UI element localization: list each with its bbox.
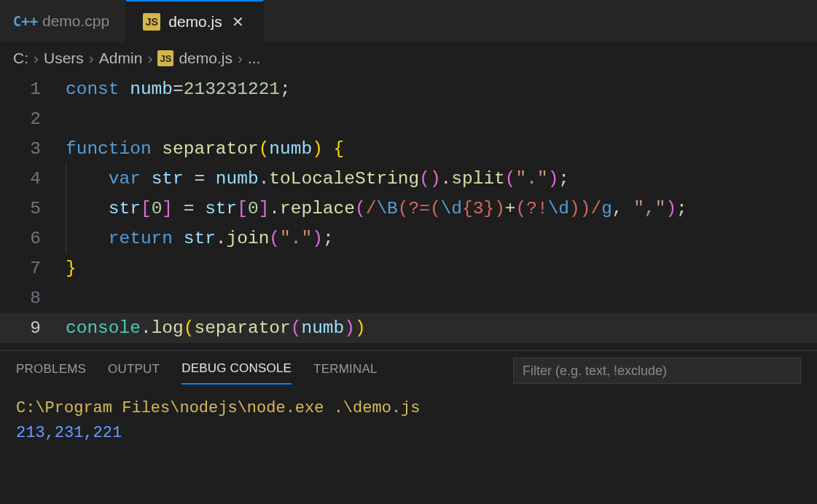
filter-input[interactable] [513, 358, 801, 384]
tab-label: demo.js [168, 13, 222, 31]
code-editor[interactable]: 1 const numb=213231221; 2 3 function sep… [0, 74, 817, 350]
tab-output[interactable]: OUTPUT [108, 362, 160, 384]
js-icon: JS [157, 50, 173, 66]
console-output: 213,231,221 [16, 421, 801, 446]
code-line: 5 str[0] = str[0].replace(/\B(?=(\d{3})+… [0, 194, 817, 224]
breadcrumb-seg: Admin [99, 50, 143, 67]
chevron-right-icon: › [34, 50, 39, 67]
tab-label: demo.cpp [42, 12, 109, 30]
chevron-right-icon: › [238, 50, 243, 67]
chevron-right-icon: › [147, 50, 152, 67]
tab-demo-cpp[interactable]: C++ demo.cpp [0, 0, 126, 42]
code-line: 4 var str = numb.toLocaleString().split(… [0, 164, 817, 194]
breadcrumb-seg: Users [44, 50, 84, 67]
tab-demo-js[interactable]: JS demo.js ✕ [126, 0, 264, 42]
debug-console-output: C:\Program Files\nodejs\node.exe .\demo.… [0, 385, 817, 462]
console-command: C:\Program Files\nodejs\node.exe .\demo.… [16, 396, 801, 421]
breadcrumb[interactable]: C: › Users › Admin › JS demo.js › ... [0, 42, 817, 74]
breadcrumb-seg: C: [13, 50, 28, 67]
line-number: 9 [0, 313, 66, 343]
tab-problems[interactable]: PROBLEMS [16, 362, 86, 384]
line-number: 7 [0, 253, 66, 283]
tab-terminal[interactable]: TERMINAL [313, 362, 378, 384]
code-line: 2 [0, 104, 817, 134]
chevron-right-icon: › [89, 50, 94, 67]
tab-debug-console[interactable]: DEBUG CONSOLE [181, 361, 292, 385]
breadcrumb-tail: ... [248, 50, 261, 67]
line-number: 8 [0, 283, 66, 313]
line-number: 1 [0, 74, 66, 104]
code-line: 9 console.log(separator(numb)) [0, 313, 817, 343]
line-number: 2 [0, 104, 66, 134]
code-line: 3 function separator(numb) { [0, 134, 817, 164]
breadcrumb-file: demo.js [179, 50, 232, 67]
code-line: 6 return str.join("."); [0, 224, 817, 253]
code-line: 8 [0, 283, 817, 313]
line-number: 6 [0, 224, 66, 253]
line-number: 5 [0, 194, 66, 224]
code-line: 7 } [0, 253, 817, 283]
line-number: 3 [0, 134, 66, 164]
editor-tabs: C++ demo.cpp JS demo.js ✕ [0, 0, 817, 42]
bottom-panel: PROBLEMS OUTPUT DEBUG CONSOLE TERMINAL C… [0, 350, 817, 462]
code-line: 1 const numb=213231221; [0, 74, 817, 104]
panel-tabs: PROBLEMS OUTPUT DEBUG CONSOLE TERMINAL [0, 351, 817, 385]
line-number: 4 [0, 164, 66, 194]
js-icon: JS [142, 13, 161, 31]
cpp-icon: C++ [16, 13, 35, 29]
close-icon[interactable]: ✕ [230, 13, 247, 31]
